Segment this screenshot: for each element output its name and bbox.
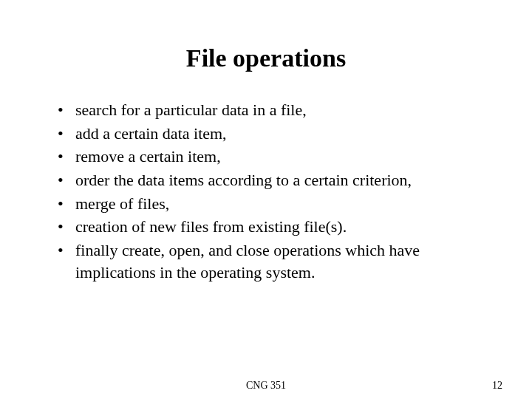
bullet-icon: • bbox=[58, 123, 75, 145]
bullet-icon: • bbox=[58, 239, 75, 262]
bullet-text: search for a particular data in a file, bbox=[75, 99, 488, 121]
bullet-text: creation of new files from existing file… bbox=[75, 216, 488, 238]
bullet-icon: • bbox=[58, 146, 75, 168]
list-item: • finally create, open, and close operat… bbox=[58, 239, 488, 283]
bullet-text: remove a certain item, bbox=[75, 146, 488, 168]
page-title: File operations bbox=[44, 44, 488, 72]
bullet-icon: • bbox=[58, 169, 75, 191]
list-item: • order the data items according to a ce… bbox=[58, 169, 488, 191]
list-item: • search for a particular data in a file… bbox=[58, 99, 488, 121]
bullet-text: merge of files, bbox=[75, 193, 488, 215]
list-item: • remove a certain item, bbox=[58, 146, 488, 168]
bullet-list: • search for a particular data in a file… bbox=[44, 99, 488, 285]
page-number: 12 bbox=[492, 380, 502, 392]
bullet-text: add a certain data item, bbox=[75, 123, 488, 145]
bullet-icon: • bbox=[58, 193, 75, 215]
slide: File operations • search for a particula… bbox=[0, 0, 532, 399]
bullet-text: order the data items according to a cert… bbox=[75, 169, 488, 191]
bullet-text: finally create, open, and close operatio… bbox=[75, 239, 488, 283]
list-item: • creation of new files from existing fi… bbox=[58, 216, 488, 238]
list-item: • add a certain data item, bbox=[58, 123, 488, 145]
footer-center-label: CNG 351 bbox=[246, 380, 286, 392]
bullet-icon: • bbox=[58, 216, 75, 238]
list-item: • merge of files, bbox=[58, 193, 488, 215]
bullet-icon: • bbox=[58, 99, 75, 121]
